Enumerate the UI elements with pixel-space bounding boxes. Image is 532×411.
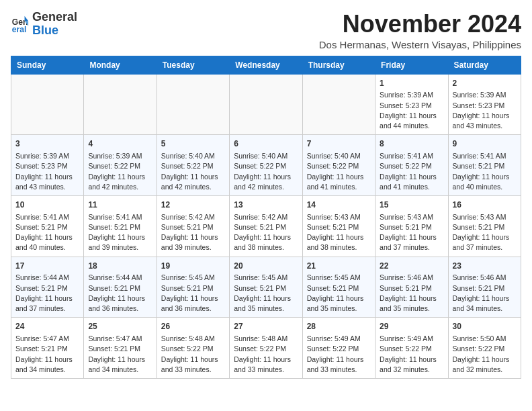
day-number: 23 [453, 261, 517, 272]
day-number: 30 [453, 321, 517, 332]
day-detail: Sunrise: 5:39 AM Sunset: 5:22 PM Dayligh… [88, 151, 152, 192]
calendar-day-cell: 21Sunrise: 5:45 AM Sunset: 5:21 PM Dayli… [302, 257, 375, 318]
calendar-day-cell: 5Sunrise: 5:40 AM Sunset: 5:22 PM Daylig… [157, 135, 229, 196]
calendar-table: SundayMondayTuesdayWednesdayThursdayFrid… [11, 56, 521, 379]
day-detail: Sunrise: 5:45 AM Sunset: 5:21 PM Dayligh… [161, 273, 225, 314]
calendar-day-cell: 2Sunrise: 5:39 AM Sunset: 5:23 PM Daylig… [448, 74, 521, 135]
day-detail: Sunrise: 5:41 AM Sunset: 5:21 PM Dayligh… [453, 151, 517, 192]
day-number: 14 [307, 199, 371, 211]
calendar-day-cell: 6Sunrise: 5:40 AM Sunset: 5:22 PM Daylig… [230, 135, 302, 196]
day-detail: Sunrise: 5:49 AM Sunset: 5:22 PM Dayligh… [380, 334, 443, 375]
day-number: 3 [15, 138, 79, 150]
day-number: 4 [88, 138, 152, 150]
calendar-day-cell: 24Sunrise: 5:47 AM Sunset: 5:21 PM Dayli… [11, 318, 84, 379]
calendar-day-cell [230, 74, 302, 135]
day-number: 19 [161, 261, 225, 272]
day-detail: Sunrise: 5:41 AM Sunset: 5:22 PM Dayligh… [380, 151, 443, 192]
day-number: 2 [453, 78, 517, 89]
calendar-day-cell [11, 74, 84, 135]
day-detail: Sunrise: 5:47 AM Sunset: 5:21 PM Dayligh… [15, 334, 79, 375]
day-detail: Sunrise: 5:41 AM Sunset: 5:21 PM Dayligh… [88, 212, 152, 253]
day-detail: Sunrise: 5:43 AM Sunset: 5:21 PM Dayligh… [307, 212, 371, 253]
day-detail: Sunrise: 5:47 AM Sunset: 5:21 PM Dayligh… [88, 334, 152, 375]
calendar-week-row: 3Sunrise: 5:39 AM Sunset: 5:23 PM Daylig… [11, 135, 521, 196]
calendar-day-cell: 30Sunrise: 5:50 AM Sunset: 5:22 PM Dayli… [448, 318, 521, 379]
calendar-day-cell: 29Sunrise: 5:49 AM Sunset: 5:22 PM Dayli… [375, 318, 448, 379]
day-number: 11 [88, 199, 152, 211]
day-number: 13 [234, 199, 298, 211]
day-number: 6 [234, 138, 298, 150]
day-detail: Sunrise: 5:45 AM Sunset: 5:21 PM Dayligh… [234, 273, 298, 314]
calendar-day-cell: 19Sunrise: 5:45 AM Sunset: 5:21 PM Dayli… [157, 257, 229, 318]
day-detail: Sunrise: 5:48 AM Sunset: 5:22 PM Dayligh… [161, 334, 225, 375]
calendar-day-cell: 22Sunrise: 5:46 AM Sunset: 5:21 PM Dayli… [375, 257, 448, 318]
calendar-day-cell: 27Sunrise: 5:48 AM Sunset: 5:22 PM Dayli… [230, 318, 302, 379]
weekday-header: Tuesday [157, 56, 229, 74]
calendar-day-cell: 18Sunrise: 5:44 AM Sunset: 5:21 PM Dayli… [84, 257, 157, 318]
day-detail: Sunrise: 5:43 AM Sunset: 5:21 PM Dayligh… [453, 212, 517, 253]
day-detail: Sunrise: 5:41 AM Sunset: 5:21 PM Dayligh… [15, 212, 79, 253]
day-number: 17 [15, 261, 79, 272]
calendar-day-cell: 16Sunrise: 5:43 AM Sunset: 5:21 PM Dayli… [448, 195, 521, 257]
weekday-header: Monday [84, 56, 157, 74]
day-number: 25 [88, 321, 152, 332]
calendar-day-cell: 12Sunrise: 5:42 AM Sunset: 5:21 PM Dayli… [157, 195, 229, 257]
day-detail: Sunrise: 5:46 AM Sunset: 5:21 PM Dayligh… [380, 273, 443, 314]
calendar-week-row: 10Sunrise: 5:41 AM Sunset: 5:21 PM Dayli… [11, 195, 521, 257]
calendar-week-row: 17Sunrise: 5:44 AM Sunset: 5:21 PM Dayli… [11, 257, 521, 318]
calendar-day-cell: 13Sunrise: 5:42 AM Sunset: 5:21 PM Dayli… [230, 195, 302, 257]
logo: Gen eral General Blue [11, 11, 77, 38]
day-number: 26 [161, 321, 225, 332]
weekday-header: Wednesday [230, 56, 302, 74]
day-number: 9 [453, 138, 517, 150]
calendar-day-cell: 26Sunrise: 5:48 AM Sunset: 5:22 PM Dayli… [157, 318, 229, 379]
day-number: 16 [453, 199, 517, 211]
calendar-day-cell: 1Sunrise: 5:39 AM Sunset: 5:23 PM Daylig… [375, 74, 448, 135]
day-number: 12 [161, 199, 225, 211]
calendar-day-cell: 17Sunrise: 5:44 AM Sunset: 5:21 PM Dayli… [11, 257, 84, 318]
calendar-day-cell: 14Sunrise: 5:43 AM Sunset: 5:21 PM Dayli… [302, 195, 375, 257]
day-detail: Sunrise: 5:44 AM Sunset: 5:21 PM Dayligh… [15, 273, 79, 314]
calendar-day-cell: 20Sunrise: 5:45 AM Sunset: 5:21 PM Dayli… [230, 257, 302, 318]
weekday-header-row: SundayMondayTuesdayWednesdayThursdayFrid… [11, 56, 521, 74]
calendar-day-cell: 15Sunrise: 5:43 AM Sunset: 5:21 PM Dayli… [375, 195, 448, 257]
calendar-day-cell: 8Sunrise: 5:41 AM Sunset: 5:22 PM Daylig… [375, 135, 448, 196]
calendar-day-cell: 3Sunrise: 5:39 AM Sunset: 5:23 PM Daylig… [11, 135, 84, 196]
weekday-header: Thursday [302, 56, 375, 74]
day-number: 8 [380, 138, 443, 150]
day-detail: Sunrise: 5:39 AM Sunset: 5:23 PM Dayligh… [453, 90, 517, 131]
calendar-week-row: 24Sunrise: 5:47 AM Sunset: 5:21 PM Dayli… [11, 318, 521, 379]
day-number: 10 [15, 199, 79, 211]
calendar-day-cell [157, 74, 229, 135]
day-detail: Sunrise: 5:48 AM Sunset: 5:22 PM Dayligh… [234, 334, 298, 375]
day-detail: Sunrise: 5:39 AM Sunset: 5:23 PM Dayligh… [15, 151, 79, 192]
svg-text:eral: eral [12, 25, 27, 34]
calendar-day-cell [84, 74, 157, 135]
day-detail: Sunrise: 5:40 AM Sunset: 5:22 PM Dayligh… [234, 151, 298, 192]
calendar-day-cell: 9Sunrise: 5:41 AM Sunset: 5:21 PM Daylig… [448, 135, 521, 196]
day-number: 20 [234, 261, 298, 272]
weekday-header: Friday [375, 56, 448, 74]
day-number: 5 [161, 138, 225, 150]
day-number: 24 [15, 321, 79, 332]
logo-icon: Gen eral [11, 15, 30, 34]
day-number: 29 [380, 321, 443, 332]
day-detail: Sunrise: 5:39 AM Sunset: 5:23 PM Dayligh… [380, 90, 443, 131]
day-detail: Sunrise: 5:40 AM Sunset: 5:22 PM Dayligh… [307, 151, 371, 192]
day-detail: Sunrise: 5:43 AM Sunset: 5:21 PM Dayligh… [380, 212, 443, 253]
calendar-day-cell: 10Sunrise: 5:41 AM Sunset: 5:21 PM Dayli… [11, 195, 84, 257]
calendar-week-row: 1Sunrise: 5:39 AM Sunset: 5:23 PM Daylig… [11, 74, 521, 135]
day-number: 18 [88, 261, 152, 272]
location-subtitle: Dos Hermanas, Western Visayas, Philippin… [319, 39, 521, 50]
day-number: 27 [234, 321, 298, 332]
day-detail: Sunrise: 5:42 AM Sunset: 5:21 PM Dayligh… [234, 212, 298, 253]
day-number: 15 [380, 199, 443, 211]
weekday-header: Sunday [11, 56, 84, 74]
calendar-day-cell: 23Sunrise: 5:46 AM Sunset: 5:21 PM Dayli… [448, 257, 521, 318]
day-detail: Sunrise: 5:45 AM Sunset: 5:21 PM Dayligh… [307, 273, 371, 314]
calendar-day-cell: 7Sunrise: 5:40 AM Sunset: 5:22 PM Daylig… [302, 135, 375, 196]
day-number: 28 [307, 321, 371, 332]
day-number: 7 [307, 138, 371, 150]
day-number: 1 [380, 78, 443, 89]
calendar-day-cell: 25Sunrise: 5:47 AM Sunset: 5:21 PM Dayli… [84, 318, 157, 379]
